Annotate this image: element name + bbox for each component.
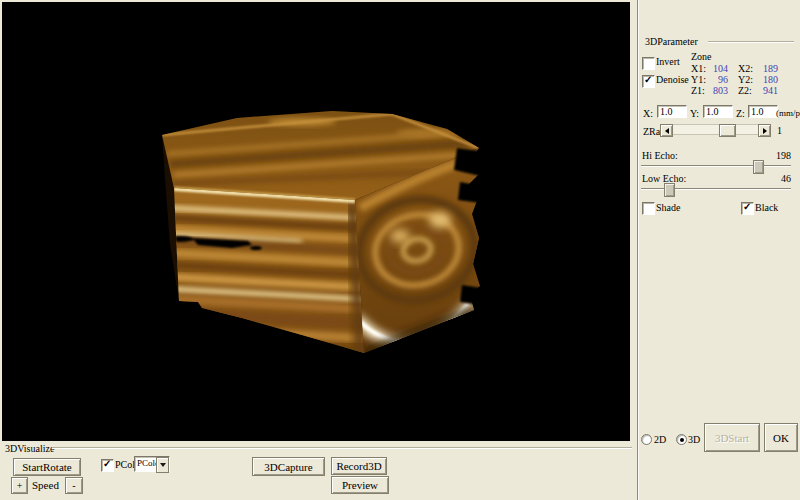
zone-label: Zone xyxy=(691,51,712,62)
pcolor-select-button[interactable] xyxy=(156,457,169,473)
scale-y-input[interactable] xyxy=(703,105,733,118)
groupbox-line xyxy=(708,41,794,43)
3dstart-button[interactable]: 3DStart xyxy=(704,423,760,452)
zone-x1-value: 104 xyxy=(706,63,728,74)
chevron-down-icon xyxy=(160,463,166,467)
scale-z-input[interactable] xyxy=(748,105,778,118)
group-title-3dvisualize: 3DVisualize xyxy=(5,443,54,454)
scale-z-label: Z: xyxy=(736,108,745,119)
mode-2d-radio[interactable] xyxy=(641,434,652,445)
scale-x-label: X: xyxy=(643,108,653,119)
scale-unit-label: (mm/p) xyxy=(776,108,800,119)
shade-label: Shade xyxy=(656,202,680,213)
start-rotate-button[interactable]: StartRotate xyxy=(13,458,81,476)
zone-y2-label: Y2: xyxy=(738,74,753,85)
zone-z2-value: 941 xyxy=(756,85,778,96)
volume-render-3d xyxy=(2,2,630,441)
parameter-panel: 3DParameter Invert Denoise Zone X1: 104 … xyxy=(637,0,800,500)
zrate-scroll-thumb[interactable] xyxy=(719,124,736,137)
arrow-left-icon xyxy=(665,128,669,134)
invert-checkbox[interactable] xyxy=(642,57,655,70)
3dcapture-button[interactable]: 3DCapture xyxy=(252,457,325,476)
pcolor-checkbox[interactable] xyxy=(101,459,114,472)
mode-2d-label: 2D xyxy=(654,434,666,445)
speed-minus-button[interactable]: - xyxy=(65,477,83,494)
zone-z2-label: Z2: xyxy=(738,85,752,96)
arrow-right-icon xyxy=(763,128,767,134)
zrate-scrollbar[interactable] xyxy=(660,124,769,135)
black-checkbox[interactable] xyxy=(741,202,754,215)
app-window: 3DParameter Invert Denoise Zone X1: 104 … xyxy=(0,0,800,500)
zone-x1-label: X1: xyxy=(691,63,706,74)
invert-label: Invert xyxy=(656,56,680,67)
hi-echo-slider[interactable] xyxy=(641,159,791,173)
zone-y1-label: Y1: xyxy=(691,74,706,85)
zone-z1-value: 803 xyxy=(706,85,728,96)
zone-y2-value: 180 xyxy=(756,74,778,85)
scale-x-input[interactable] xyxy=(657,105,687,118)
groupbox-line xyxy=(52,447,632,449)
speed-label: Speed xyxy=(32,480,59,491)
denoise-checkbox[interactable] xyxy=(642,75,655,88)
zrate-scroll-left-button[interactable] xyxy=(660,124,673,137)
denoise-label: Denoise xyxy=(656,74,689,85)
zrate-scroll-right-button[interactable] xyxy=(758,124,771,137)
record3d-button[interactable]: Record3D xyxy=(331,457,387,475)
render-viewport[interactable] xyxy=(2,2,630,441)
mode-3d-label: 3D xyxy=(688,434,700,445)
low-echo-thumb[interactable] xyxy=(664,183,675,197)
hi-echo-track[interactable] xyxy=(641,165,791,167)
ok-button[interactable]: OK xyxy=(764,423,798,452)
preview-button[interactable]: Preview xyxy=(331,476,389,494)
zrate-value: 1 xyxy=(777,125,782,136)
shade-checkbox[interactable] xyxy=(642,202,655,215)
speed-plus-button[interactable]: + xyxy=(11,477,28,494)
zone-y1-value: 96 xyxy=(706,74,728,85)
zone-z1-label: Z1: xyxy=(691,85,705,96)
scale-y-label: Y: xyxy=(690,108,699,119)
group-title-3dparameter: 3DParameter xyxy=(645,36,698,47)
pcolor-select[interactable]: PColor xyxy=(134,456,170,472)
low-echo-slider[interactable] xyxy=(641,182,791,196)
hi-echo-thumb[interactable] xyxy=(753,160,764,174)
black-label: Black xyxy=(755,202,778,213)
visualize-panel: 3DVisualize StartRotate + Speed - PColor… xyxy=(0,441,637,500)
mode-3d-radio[interactable] xyxy=(676,434,687,445)
zone-x2-value: 189 xyxy=(756,63,778,74)
zone-x2-label: X2: xyxy=(738,63,753,74)
